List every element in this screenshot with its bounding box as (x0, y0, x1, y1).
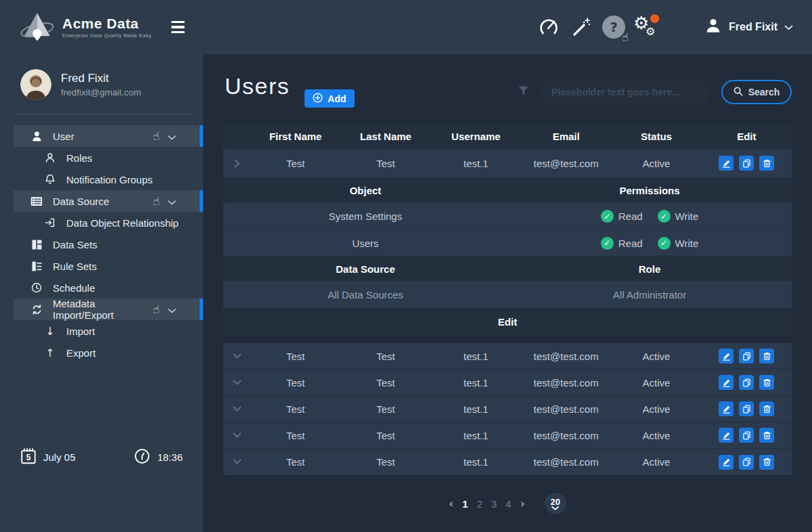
table-row: Test Test test.1 test@test.com Active (223, 422, 792, 449)
brand-logo-icon (18, 9, 57, 45)
sidebar-item-label: Roles (66, 152, 92, 164)
sidebar-item-import[interactable]: ↓ Import (0, 320, 203, 342)
permission-label: Write (675, 210, 699, 222)
cell-last-name: Test (340, 403, 430, 415)
edit-button[interactable] (719, 375, 734, 390)
topbar-actions: ? ☝ ⚙ ⚙ Fred Fixit (203, 0, 812, 54)
sync-icon (30, 304, 43, 315)
row-actions (702, 428, 792, 443)
permission-write: ✓ Write (658, 237, 699, 250)
add-button[interactable]: Add (304, 89, 354, 108)
delete-button[interactable] (759, 455, 774, 470)
sidebar-item-label: Notification Groups (66, 174, 153, 185)
check-circle-icon: ✓ (601, 237, 614, 250)
notification-dot (650, 14, 659, 23)
edit-button[interactable] (719, 428, 734, 443)
check-circle-icon: ✓ (658, 210, 671, 223)
datasource-row: All Data Sources All Administrator (223, 282, 792, 308)
detail-edit-row[interactable]: Edit (223, 308, 792, 335)
sidebar-item-roles[interactable]: Roles (0, 147, 203, 169)
permission-row: Users ✓ Read ✓ Write (223, 229, 792, 256)
hamburger-menu-icon[interactable] (171, 21, 185, 33)
copy-button[interactable] (739, 401, 754, 416)
role-value: All Administrator (508, 289, 792, 301)
chevron-down-icon (784, 21, 793, 33)
dashboard-gauge-icon[interactable] (533, 11, 565, 43)
page-number-1[interactable]: 1 (462, 498, 468, 510)
collapse-row-chevron[interactable] (223, 159, 250, 168)
table-row: Test Test test.1 test@test.com Active (223, 396, 792, 422)
table-row-expanded: Test Test test.1 test@test.com Active (223, 149, 792, 177)
topbar: Acme Data Enterprise Data Quality Made E… (0, 0, 812, 54)
cell-last-name: Test (340, 456, 430, 468)
upload-arrow-icon: ↑ (43, 347, 57, 359)
hand-cursor-icon: ☝ (153, 196, 160, 207)
expand-row-chevron[interactable] (223, 433, 250, 439)
sidebar-item-label: Data Sets (53, 239, 97, 250)
sidebar-item-notification-groups[interactable]: Notification Groups (0, 169, 203, 190)
magic-wand-icon[interactable] (565, 11, 597, 43)
delete-button[interactable] (759, 375, 774, 390)
cell-status: Active (611, 456, 701, 468)
delete-button[interactable] (759, 428, 774, 443)
row-actions (702, 401, 792, 416)
permission-label: Read (618, 210, 643, 222)
expand-row-chevron[interactable] (223, 380, 250, 386)
sidebar-item-schedule[interactable]: Schedule (0, 277, 203, 298)
chevron-down-icon (551, 506, 559, 510)
sidebar-item-user[interactable]: User ☝ (14, 125, 203, 147)
sidebar: Fred Fixit fredfixit@gmail.com User ☝ Ro… (0, 54, 203, 532)
permissions-header-row: Object Permissions (223, 177, 792, 203)
data-source-value: All Data Sources (223, 289, 508, 301)
page-number-3[interactable]: 3 (491, 498, 497, 510)
search-button[interactable]: Search (721, 80, 792, 104)
sidebar-item-export[interactable]: ↑ Export (0, 342, 203, 363)
sidebar-item-data-sets[interactable]: Data Sets (0, 234, 203, 255)
row-actions (702, 375, 792, 390)
cell-email: test@test.com (521, 351, 611, 362)
expand-row-chevron[interactable] (223, 406, 250, 412)
question-mark: ? (610, 19, 618, 35)
prev-page-chevron[interactable]: ‹ (449, 498, 453, 510)
user-icon (30, 131, 43, 142)
time-display: 18:36 (134, 448, 183, 466)
page-number-4[interactable]: 4 (505, 498, 511, 510)
edit-button[interactable] (719, 349, 734, 363)
chevron-down-icon (168, 131, 176, 142)
edit-button[interactable] (719, 455, 734, 470)
delete-button[interactable] (759, 349, 774, 363)
sidebar-item-rule-sets[interactable]: Rule Sets (0, 255, 203, 277)
copy-button[interactable] (739, 428, 754, 443)
column-header: Edit (702, 131, 792, 142)
settings-gears-icon[interactable]: ⚙ ⚙ (630, 11, 662, 43)
check-circle-icon: ✓ (658, 237, 671, 250)
copy-button[interactable] (739, 156, 754, 171)
users-table: First Name Last Name Username Email Stat… (223, 124, 792, 475)
edit-button[interactable] (719, 156, 734, 171)
copy-button[interactable] (739, 375, 754, 390)
sidebar-item-metadata-import-export[interactable]: Metadata Import/Export ☝ (14, 298, 203, 320)
expand-row-chevron[interactable] (223, 353, 250, 359)
sidebar-item-data-source[interactable]: Data Source ☝ (14, 190, 203, 212)
filter-icon[interactable] (518, 86, 528, 98)
page-number-2[interactable]: 2 (477, 498, 482, 510)
search-icon (734, 87, 743, 98)
delete-button[interactable] (759, 401, 774, 416)
copy-button[interactable] (739, 349, 754, 363)
search-input[interactable] (539, 81, 710, 104)
cell-username: test.1 (431, 351, 521, 362)
check-circle-icon: ✓ (601, 210, 614, 223)
sidebar-item-label: User (53, 131, 74, 142)
copy-button[interactable] (739, 455, 754, 470)
delete-button[interactable] (759, 156, 774, 171)
expand-row-chevron[interactable] (223, 459, 250, 465)
sidebar-item-data-object-relationship[interactable]: Data Object Relationship (0, 212, 203, 234)
edit-button[interactable] (719, 401, 734, 416)
datasource-header-row: Data Source Role (223, 256, 792, 282)
next-page-chevron[interactable]: › (520, 498, 525, 510)
help-icon[interactable]: ? ☝ (597, 11, 630, 43)
cell-status: Active (611, 351, 701, 362)
arrow-into-bracket-icon (43, 217, 57, 228)
user-menu[interactable]: Fred Fixit (704, 17, 793, 37)
page-size-selector[interactable]: 20 (545, 493, 566, 514)
